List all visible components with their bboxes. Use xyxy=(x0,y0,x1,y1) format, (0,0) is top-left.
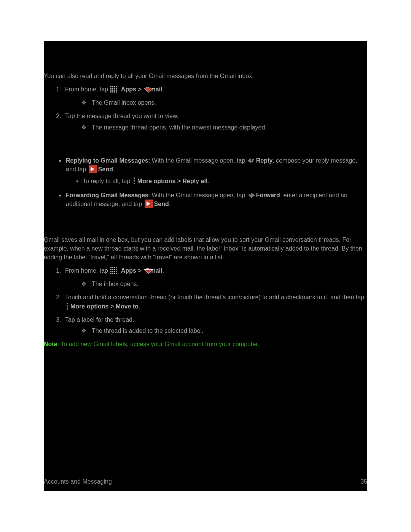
note-line: Note: To add new Gmail labels, access yo… xyxy=(44,340,367,348)
move-to-bold: More options > Move to xyxy=(70,303,139,310)
forward-item: Forwarding Gmail Messages: With the Gmai… xyxy=(65,191,367,208)
step2-result-list: The message thread opens, with the newes… xyxy=(65,123,367,132)
steps-read: From home, tap Apps > Gmail. The Gmail i… xyxy=(44,85,367,132)
send-icon xyxy=(89,165,97,173)
lstep3-result-list: The thread is added to the selected labe… xyxy=(65,326,367,335)
step-2: Tap the message thread you want to view.… xyxy=(63,112,367,131)
heading-labels: Use Gmail Labels xyxy=(44,216,367,228)
forward-arrow-icon xyxy=(247,192,255,198)
lstep-3: Tap a label for the thread. The thread i… xyxy=(63,315,367,335)
labels-intro: Gmail saves all mail in one box, but you… xyxy=(44,233,367,264)
lstep2-t1: Touch and hold a conversation thread (or… xyxy=(65,294,364,300)
lstep-2: Touch and hold a conversation thread (or… xyxy=(63,293,367,310)
send-label: Send xyxy=(98,166,113,173)
apps-label: Apps > xyxy=(121,86,143,93)
footer-section-title: Accounts and Messaging xyxy=(44,477,112,486)
period3: . xyxy=(207,178,209,184)
page: { "heading_read":"Read and Reply to Gmai… xyxy=(0,0,411,532)
reply-all-item: To reply to all, tap More options > Repl… xyxy=(83,177,367,185)
reply-sub-prefix: To reply to all, tap xyxy=(83,178,132,184)
forward-bold: Forward xyxy=(256,192,280,198)
step2-text: Tap the message thread you want to view. xyxy=(65,113,178,119)
lstep1-result: The inbox opens. xyxy=(81,280,367,288)
forward-t1: : With the Gmail message open, tap xyxy=(148,192,247,198)
send-label-2: Send xyxy=(154,201,169,207)
period5: . xyxy=(162,267,164,274)
page-number: 35 xyxy=(360,477,367,486)
heading-read-reply: Read and Reply to Gmail Messages xyxy=(44,53,367,65)
note-text: : To add new Gmail labels, access your G… xyxy=(57,341,260,347)
document-body: { "heading_read":"Read and Reply to Gmai… xyxy=(44,41,367,491)
period6: . xyxy=(139,303,140,310)
period2: . xyxy=(113,166,115,173)
lstep3-text: Tap a label for the thread. xyxy=(65,316,134,323)
heading-options: Options when Reviewing Gmail Messages xyxy=(44,139,367,152)
intro-text: You can also read and reply to all your … xyxy=(44,69,367,82)
step1-prefix: From home, tap xyxy=(65,86,110,93)
more-options-icon-2 xyxy=(66,303,69,310)
step2-result: The message thread opens, with the newes… xyxy=(81,123,367,132)
step1-result: The Gmail inbox opens. xyxy=(81,98,367,107)
apps-grid-icon xyxy=(110,86,118,93)
options-list: Replying to Gmail Messages: With the Gma… xyxy=(44,156,367,209)
reply-t1: : With the Gmail message open, tap xyxy=(148,157,247,164)
period: . xyxy=(162,86,164,93)
reply-sublist: To reply to all, tap More options > Repl… xyxy=(66,177,367,185)
lstep3-result: The thread is added to the selected labe… xyxy=(81,326,367,335)
more-options-icon xyxy=(133,177,136,184)
reply-bold: Reply xyxy=(256,157,273,164)
lstep-1: From home, tap Apps > Gmail. The inbox o… xyxy=(63,266,367,288)
lstep1-prefix: From home, tap xyxy=(65,267,110,274)
reply-all-bold: More options > Reply all xyxy=(137,178,207,184)
apps-label-2: Apps > xyxy=(121,267,143,274)
step1-result-list: The Gmail inbox opens. xyxy=(65,98,367,107)
note-label: Note xyxy=(44,341,57,347)
reply-arrow-icon xyxy=(247,157,255,163)
forward-label: Forwarding Gmail Messages xyxy=(66,192,148,198)
reply-label: Replying to Gmail Messages xyxy=(66,157,148,164)
period4: . xyxy=(169,201,170,207)
step-1: From home, tap Apps > Gmail. The Gmail i… xyxy=(63,85,367,107)
steps-labels: From home, tap Apps > Gmail. The inbox o… xyxy=(44,266,367,335)
reply-item: Replying to Gmail Messages: With the Gma… xyxy=(65,156,367,186)
lstep1-result-list: The inbox opens. xyxy=(65,280,367,288)
send-icon-2 xyxy=(145,200,153,208)
apps-grid-icon-2 xyxy=(110,267,118,275)
